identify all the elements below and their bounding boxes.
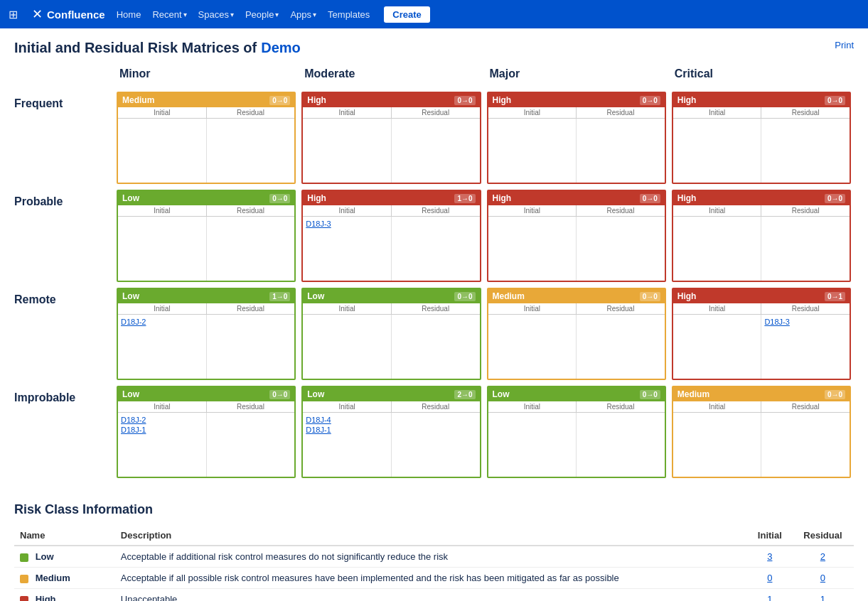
card-level: High: [677, 291, 697, 301]
risk-desc-cell: Acceptable if all possible risk control …: [115, 568, 748, 589]
col-header-moderate: Moderate: [299, 62, 483, 89]
cell-remote-moderate: Low 0→0 Initial Residual: [299, 285, 483, 383]
risk-info-table: Name Description Initial Residual Low Ac…: [14, 526, 854, 601]
risk-desc-cell: Acceptable if additional risk control me…: [115, 546, 748, 568]
initial-col: [488, 315, 577, 379]
card-labels: Initial Residual: [118, 107, 294, 119]
card-labels: Initial Residual: [303, 303, 479, 315]
card-body: [303, 315, 479, 379]
card-badge: 0→0: [269, 96, 290, 105]
risk-info-title: Risk Class Information: [14, 502, 854, 517]
nav-people[interactable]: People ▾: [245, 9, 279, 20]
card-labels: Initial Residual: [118, 401, 294, 413]
risk-card: High 0→1 Initial Residual D18J-3: [672, 288, 851, 380]
cell-frequent-minor: Medium 0→0 Initial Residual: [114, 89, 299, 187]
print-button[interactable]: Print: [835, 40, 854, 50]
label-initial: Initial: [488, 401, 577, 412]
card-body: [673, 413, 850, 477]
nav-templates[interactable]: Templates: [328, 9, 370, 20]
row-label-frequent: Frequent: [14, 89, 114, 187]
card-badge: 1→0: [454, 194, 475, 203]
card-badge: 0→0: [640, 390, 660, 399]
cell-frequent-major: High 0→0 Initial Residual: [484, 89, 669, 187]
residual-col: [577, 315, 665, 379]
label-initial: Initial: [673, 107, 762, 118]
card-level: High: [493, 193, 512, 203]
cell-frequent-moderate: High 0→0 Initial Residual: [299, 89, 483, 187]
cell-improbable-major: Low 0→0 Initial Residual: [484, 383, 669, 481]
card-body: [673, 119, 850, 183]
risk-residual-cell[interactable]: 1: [792, 589, 854, 602]
card-labels: Initial Residual: [118, 303, 294, 315]
logo[interactable]: ✕ Confluence: [32, 6, 105, 22]
card-body: D18J-2 D18J-1: [118, 413, 294, 477]
risk-link-d18j1[interactable]: D18J-1: [306, 426, 388, 434]
card-labels: Initial Residual: [488, 303, 665, 315]
label-residual: Residual: [392, 205, 480, 216]
card-labels: Initial Residual: [488, 205, 665, 217]
risk-initial-cell[interactable]: 3: [748, 546, 792, 568]
card-body: [118, 217, 294, 281]
risk-card: Medium 0→0 Initial Residual: [487, 288, 666, 380]
risk-link-d18j4[interactable]: D18J-4: [306, 416, 388, 424]
risk-initial-cell[interactable]: 0: [748, 568, 792, 589]
card-badge: 0→0: [825, 390, 845, 399]
initial-col: D18J-4 D18J-1: [303, 413, 392, 477]
initial-col: [673, 413, 762, 477]
card-badge: 0→0: [269, 390, 290, 399]
risk-desc-cell: Unacceptable: [115, 589, 748, 602]
col-header-empty: [14, 62, 114, 89]
cell-probable-major: High 0→0 Initial Residual: [484, 187, 669, 285]
residual-col: [392, 119, 480, 183]
risk-card: High 0→0 Initial Residual: [301, 92, 481, 184]
label-residual: Residual: [392, 303, 480, 314]
risk-residual-cell[interactable]: 2: [792, 546, 854, 568]
nav-spaces[interactable]: Spaces ▾: [198, 9, 234, 20]
label-initial: Initial: [303, 107, 392, 118]
nav-apps[interactable]: Apps ▾: [290, 9, 316, 20]
initial-col: D18J-3: [303, 217, 392, 281]
card-badge: 0→0: [825, 96, 845, 105]
label-residual: Residual: [207, 205, 295, 216]
residual-col: [761, 217, 850, 281]
card-header: Low 0→0: [118, 387, 294, 401]
card-labels: Initial Residual: [118, 205, 294, 217]
card-header: Low 0→0: [303, 289, 479, 303]
matrix-grid: Minor Moderate Major Critical Frequent M…: [14, 62, 854, 481]
risk-link-d18j1[interactable]: D18J-1: [121, 426, 203, 434]
label-initial: Initial: [488, 205, 577, 216]
card-level: Low: [493, 389, 510, 399]
risk-link-d18j2[interactable]: D18J-2: [121, 416, 203, 424]
risk-card: Low 0→0 Initial Residual: [117, 190, 296, 282]
residual-col: [207, 413, 295, 477]
residual-col: [761, 119, 850, 183]
risk-link-d18j3[interactable]: D18J-3: [764, 318, 847, 326]
risk-name-cell: High: [14, 589, 115, 602]
cell-improbable-critical: Medium 0→0 Initial Residual: [669, 383, 854, 481]
residual-col: [207, 119, 295, 183]
nav-home[interactable]: Home: [117, 9, 141, 20]
label-residual: Residual: [392, 107, 480, 118]
card-header: Low 2→0: [303, 387, 479, 401]
residual-col: [392, 217, 480, 281]
card-level: Medium: [122, 95, 154, 105]
risk-card: Low 0→0 Initial Residual: [301, 288, 481, 380]
label-initial: Initial: [303, 401, 392, 412]
risk-name-cell: Medium: [14, 568, 115, 589]
row-label-probable: Probable: [14, 187, 114, 285]
label-residual: Residual: [761, 401, 850, 412]
label-residual: Residual: [577, 107, 665, 118]
table-row: Medium Acceptable if all possible risk c…: [14, 568, 854, 589]
residual-col: [392, 413, 480, 477]
risk-residual-cell[interactable]: 0: [792, 568, 854, 589]
grid-icon[interactable]: ⊞: [9, 8, 18, 21]
card-level: High: [307, 193, 326, 203]
page-title-link[interactable]: Demo: [261, 40, 301, 56]
create-button[interactable]: Create: [384, 6, 429, 23]
cell-remote-critical: High 0→1 Initial Residual D18J-3: [669, 285, 854, 383]
card-header: High 0→0: [673, 93, 850, 107]
nav-recent[interactable]: Recent ▾: [152, 9, 186, 20]
risk-initial-cell[interactable]: 1: [748, 589, 792, 602]
risk-link-d18j3[interactable]: D18J-3: [306, 220, 388, 228]
risk-link-d18j2[interactable]: D18J-2: [121, 318, 203, 326]
